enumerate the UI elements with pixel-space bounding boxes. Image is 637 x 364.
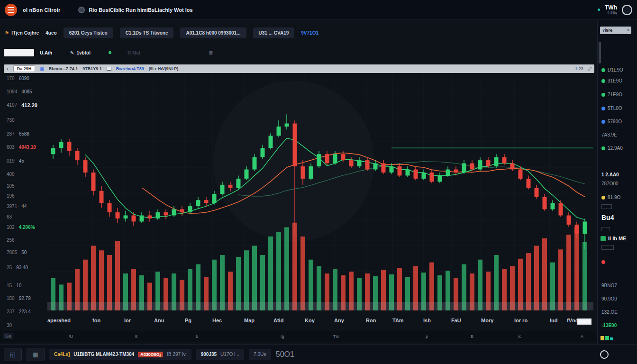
candle-body [261, 148, 265, 157]
candle-body [510, 164, 515, 170]
volume-bar [91, 246, 96, 311]
volume-baseline-band [47, 302, 593, 310]
checkbox-icon[interactable] [107, 67, 111, 71]
timeline-scrubber[interactable]: Ga /U8b/gTmpB/cA [0, 331, 597, 342]
candle-body [116, 212, 120, 218]
x-axis-label: Iud [550, 318, 558, 323]
watchlist-item[interactable]: 81.9O [601, 195, 620, 200]
position-icon [601, 236, 606, 241]
x-axis-label: TAm [392, 318, 404, 323]
watchlist-item-label: 1 2.AA0 [601, 172, 619, 177]
watchlist-item-label: 5790O [608, 119, 622, 124]
layout-button[interactable]: ◱ [4, 348, 22, 361]
mini-chart-icon [601, 336, 613, 340]
order-desc-label: U1BiBTG MLAM42J-TM304 [73, 352, 134, 357]
scrubber-tick: A [581, 334, 583, 339]
menu-item-plain[interactable]: 4ueo [46, 30, 56, 36]
mini-box-3[interactable] [601, 245, 614, 250]
candle-body [333, 154, 337, 163]
status-dot [601, 120, 605, 124]
candle-body [51, 148, 55, 154]
symbol-label: U.Aih [40, 50, 52, 55]
position-label: Il Ib ME [608, 236, 627, 241]
scrubber-tick: /U [69, 334, 73, 339]
candle-body [108, 203, 112, 212]
candle-body [398, 166, 402, 175]
volume-bar [292, 223, 297, 310]
watchlist-item[interactable]: 12.9A0 [601, 146, 623, 151]
help-icon[interactable] [600, 350, 609, 359]
toolbar-chip-1[interactable]: 6201 Ceys Tisteo [64, 27, 113, 38]
status-dot [601, 146, 605, 150]
draw-tool[interactable]: ✎ 1vbtol [70, 50, 91, 55]
candle-body [293, 124, 297, 167]
position-row[interactable]: Il Ib ME [601, 236, 627, 241]
status-dot [601, 260, 605, 264]
legend-item-2[interactable]: 9TB1Y9 1 [82, 66, 102, 71]
app-logo-icon[interactable] [5, 4, 17, 16]
toolbar-chip-3[interactable]: A01.1C8 h000 0993001... [180, 27, 246, 38]
price-chart[interactable] [0, 71, 597, 317]
ratio-label[interactable]: 1:23 [575, 66, 583, 71]
quote-sub: U17O I .. [220, 352, 239, 357]
candle-body [373, 164, 378, 170]
toolbar-chip-2[interactable]: C1.1Ds TS Titwone [120, 27, 174, 38]
order-info-group[interactable]: Ca4Ls] U1BiBTG MLAM42J-TM304 A030O0Gj IB… [49, 349, 191, 360]
candle-body [527, 179, 531, 188]
grid-button[interactable]: ▦ [27, 348, 45, 361]
quote-group[interactable]: 900J35 U17O I .. [196, 349, 244, 360]
watchlist-item[interactable]: 9BNO7 [601, 283, 617, 288]
symbol-tab[interactable] [4, 49, 34, 56]
toolbar-link[interactable]: 9V71O1 [301, 30, 318, 36]
candle-body [196, 200, 200, 206]
menu-item-pinned[interactable]: ⚑ fTjen Cojhre [5, 30, 39, 36]
layers-icon[interactable]: ≣ [209, 50, 213, 56]
pencil-icon: ✎ [70, 50, 74, 55]
x-axis-label: fon [92, 318, 100, 323]
bottom-bar: ◱ ▦ Ca4Ls] U1BiBTG MLAM42J-TM304 A030O0G… [0, 344, 637, 364]
scrubber-tick: /g [281, 334, 284, 339]
volume-bar [252, 246, 257, 311]
candle-body [470, 164, 474, 170]
watchlist-item[interactable] [601, 260, 608, 264]
mini-box-1[interactable] [601, 204, 612, 209]
alert-badge: A030O0Gj [138, 352, 163, 357]
candle-body [357, 160, 362, 166]
watchlist-item[interactable]: 1 2.AA0 [601, 172, 619, 177]
toolbar-chip-4[interactable]: U31 ... CVA19 [253, 27, 295, 38]
watchlist-item[interactable]: 5790O [601, 119, 622, 124]
watchlist-item[interactable]: 71E9O [601, 92, 622, 97]
watchlist-item[interactable]: 132.OE [601, 309, 618, 315]
watchlist-item[interactable]: 90.9O0 [601, 296, 617, 301]
watchlist-item[interactable]: 7A3.9E [601, 132, 617, 137]
expand-icon[interactable]: ⤢ [588, 66, 592, 72]
symbol-row: U.Aih ✎ 1vbtol R Mat ≣ [0, 46, 597, 60]
candle-body [100, 191, 104, 203]
indicator-grid-icon[interactable]: ▦ [40, 66, 44, 71]
candle-body [67, 142, 72, 151]
candle-body [519, 170, 523, 179]
buy-button[interactable]: Bu4 [601, 214, 614, 221]
ma-line [142, 153, 585, 214]
watchlist-item[interactable]: 31E9O [601, 78, 622, 83]
legend-item-1[interactable]: Rbooo...7-74 1 [49, 66, 78, 71]
mini-box-2[interactable] [601, 227, 610, 231]
x-axis-label: Ior [124, 318, 131, 323]
x-axis-label: Koy [305, 318, 315, 323]
x-axis-label: Map [244, 318, 255, 323]
watchlist-item[interactable]: 787O00 [601, 181, 619, 186]
scrubber-tick: 8 [135, 334, 137, 339]
avatar[interactable] [622, 5, 632, 15]
watchlist: D1E9O31E9O71E9O5TL0O5790O7A3.9E12.9A01 2… [598, 20, 637, 344]
candle-body [172, 209, 176, 216]
legend-item-4[interactable]: |9Lr HiV|9NLP) [149, 66, 179, 71]
candle-body [422, 173, 426, 179]
watchlist-item[interactable]: 5TL0O [601, 106, 622, 111]
watchlist-item[interactable]: -13E00 [601, 323, 617, 328]
watchlist-item[interactable]: D1E9O [601, 67, 623, 73]
legend-item-3[interactable]: Rwrebiri4 T89 [116, 66, 144, 71]
candle-body [486, 160, 491, 166]
candle-body [59, 142, 64, 148]
misc-group[interactable]: 7.0Ue [249, 349, 271, 360]
candle-body [164, 212, 168, 215]
